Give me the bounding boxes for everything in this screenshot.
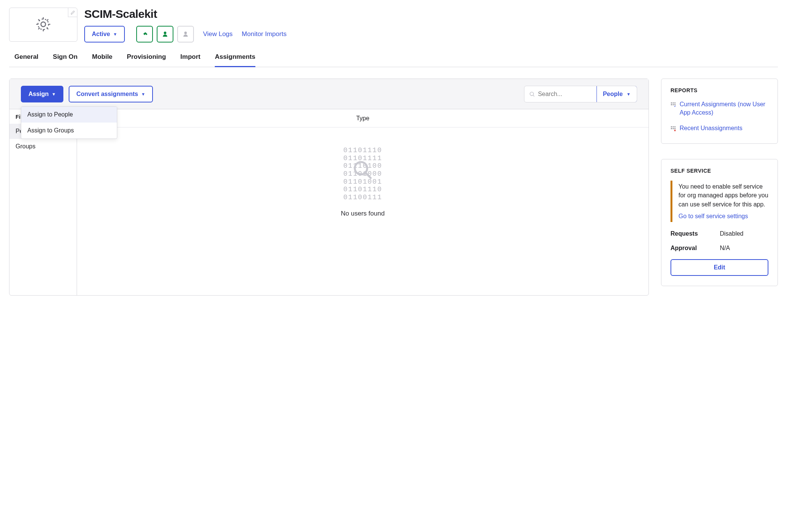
tab-row: General Sign On Mobile Provisioning Impo… (9, 53, 778, 67)
convert-assignments-button[interactable]: Convert assignments ▼ (69, 86, 153, 102)
self-service-settings-link[interactable]: Go to self service settings (678, 212, 768, 220)
binary-art: 01101110 01101111 01110100 01101000 0110… (343, 146, 382, 201)
handshake-icon-button[interactable] (136, 26, 153, 42)
assign-dropdown-menu: Assign to People Assign to Groups (21, 106, 117, 139)
tab-assignments[interactable]: Assignments (215, 53, 255, 67)
report-recent-unassignments-link[interactable]: Recent Unassignments (671, 124, 768, 134)
svg-rect-15 (675, 128, 675, 129)
assignments-panel: Assign ▼ Convert assignments ▼ People ▼ (9, 79, 649, 296)
report-current-assignments-link[interactable]: Current Assignments (now User App Access… (671, 100, 768, 117)
svg-rect-6 (675, 102, 675, 103)
user-disabled-icon-button (177, 26, 194, 42)
chevron-down-icon: ▼ (113, 32, 117, 36)
svg-rect-12 (675, 126, 675, 127)
svg-rect-7 (671, 104, 672, 105)
requests-label: Requests (671, 230, 720, 237)
self-service-notice: You need to enable self service for org … (671, 181, 768, 222)
page-title: SCIM-Scalekit (84, 8, 778, 20)
tab-sign-on[interactable]: Sign On (53, 53, 77, 67)
svg-rect-4 (671, 102, 672, 103)
magnifier-icon (352, 159, 373, 183)
svg-point-0 (41, 22, 46, 26)
app-logo-card (9, 8, 77, 42)
search-icon (529, 91, 535, 97)
svg-rect-13 (671, 128, 672, 129)
self-service-heading: SELF SERVICE (671, 168, 768, 174)
reports-card: REPORTS Current Assignments (now User Ap… (661, 79, 778, 144)
grid-icon (671, 101, 676, 110)
self-service-card: SELF SERVICE You need to enable self ser… (661, 159, 778, 286)
svg-point-2 (530, 92, 533, 95)
filter-groups[interactable]: Groups (9, 139, 77, 154)
svg-rect-5 (673, 102, 674, 103)
tab-provisioning[interactable]: Provisioning (127, 53, 166, 67)
empty-state: 01101110 01101111 01110100 01101000 0110… (77, 127, 648, 295)
svg-rect-9 (675, 104, 675, 105)
people-filter-dropdown[interactable]: People ▼ (597, 86, 637, 102)
search-input[interactable] (524, 91, 597, 98)
svg-rect-10 (671, 126, 672, 127)
chevron-down-icon: ▼ (626, 92, 631, 96)
monitor-imports-link[interactable]: Monitor Imports (242, 30, 286, 38)
grid-x-icon (671, 125, 676, 134)
gear-icon (35, 16, 51, 33)
tab-general[interactable]: General (14, 53, 38, 67)
user-add-icon-button[interactable] (157, 26, 173, 42)
svg-rect-11 (673, 126, 674, 127)
chevron-down-icon: ▼ (141, 92, 145, 96)
tab-mobile[interactable]: Mobile (92, 53, 112, 67)
svg-rect-8 (673, 104, 674, 105)
approval-value: N/A (720, 245, 730, 252)
column-header-type: Type (77, 109, 648, 127)
tab-import[interactable]: Import (180, 53, 200, 67)
empty-message: No users found (341, 210, 384, 217)
requests-value: Disabled (720, 230, 743, 237)
svg-rect-14 (673, 128, 674, 129)
edit-self-service-button[interactable]: Edit (671, 259, 768, 276)
view-logs-link[interactable]: View Logs (203, 30, 233, 38)
edit-logo-button[interactable] (68, 8, 77, 17)
assign-button[interactable]: Assign ▼ (21, 86, 63, 102)
chevron-down-icon: ▼ (52, 92, 56, 96)
active-status-button[interactable]: Active ▼ (84, 26, 125, 42)
assign-to-people-item[interactable]: Assign to People (21, 107, 117, 123)
reports-heading: REPORTS (671, 87, 768, 93)
assign-to-groups-item[interactable]: Assign to Groups (21, 123, 117, 139)
approval-label: Approval (671, 245, 720, 252)
